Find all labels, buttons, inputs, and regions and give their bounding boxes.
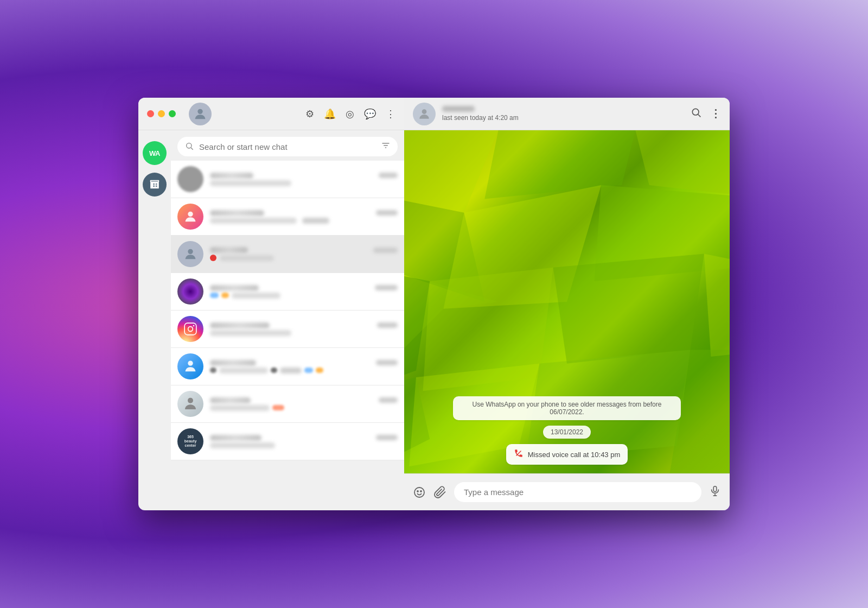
avatar: 365beautycenter [177, 428, 203, 454]
chat-info [210, 285, 398, 299]
messages-area: Use WhatsApp on your phone to see older … [404, 130, 730, 473]
sidebar: ⚙ 🔔 ◎ 💬 ⋮ WA [138, 98, 404, 510]
person-icon [183, 246, 198, 262]
chat-preview [232, 293, 280, 299]
messages-content: Use WhatsApp on your phone to see older … [404, 130, 730, 473]
message-input-bar [404, 473, 730, 510]
svg-point-30 [417, 491, 418, 492]
chat-info [210, 360, 398, 373]
search-icon [185, 142, 194, 152]
maximize-button[interactable] [169, 110, 176, 117]
list-item[interactable] [171, 161, 404, 198]
app-window: ⚙ 🔔 ◎ 💬 ⋮ WA [138, 98, 730, 510]
chat-name-bar [210, 360, 256, 366]
chat-info [210, 247, 398, 261]
chat-time [376, 360, 398, 365]
date-badge: 13/01/2022 [543, 426, 591, 439]
search-input[interactable] [199, 142, 376, 151]
contact-icon [183, 209, 198, 224]
svg-point-6 [188, 327, 193, 332]
svg-point-7 [193, 325, 195, 327]
traffic-lights [147, 110, 176, 117]
chat-preview-icon [304, 368, 313, 373]
chat-info [210, 397, 398, 411]
chat-more-icon[interactable]: ⋮ [710, 107, 721, 121]
person-icon [182, 396, 199, 412]
search-in-chat-icon[interactable] [691, 107, 701, 121]
avatar [177, 166, 203, 192]
svg-point-11 [692, 109, 699, 115]
chat-preview [210, 442, 275, 448]
chat-time [373, 248, 398, 253]
svg-point-4 [188, 249, 193, 254]
emoji-button[interactable] [413, 486, 426, 499]
chat-name-bar [210, 397, 251, 403]
search-bar [171, 130, 404, 161]
missed-call-icon [514, 448, 524, 460]
chat-preview2 [280, 368, 302, 373]
svg-point-0 [197, 109, 202, 113]
attach-button[interactable] [433, 486, 446, 499]
contact-name-bar [442, 106, 475, 112]
instagram-icon [183, 322, 197, 336]
chat-preview [220, 255, 274, 261]
list-item[interactable]: 365beautycenter [171, 423, 404, 460]
list-item[interactable] [171, 311, 404, 348]
message-input[interactable] [454, 482, 701, 502]
chat-list: 365beautycenter [171, 161, 404, 510]
svg-point-10 [422, 109, 427, 114]
svg-point-31 [420, 491, 422, 492]
avatar [177, 353, 203, 379]
chat-preview2 [302, 218, 329, 224]
chat-name-bar [210, 210, 264, 216]
chat-header-info[interactable]: last seen today at 4:20 am [442, 106, 684, 122]
settings-icon[interactable]: ⚙ [305, 108, 314, 120]
svg-rect-32 [713, 486, 717, 492]
sidebar-item-wa[interactable]: WA [143, 141, 167, 165]
chat-header: last seen today at 4:20 am ⋮ [404, 98, 730, 130]
close-button[interactable] [147, 110, 154, 117]
mic-button[interactable] [709, 485, 721, 499]
filter-icon[interactable] [381, 141, 390, 152]
notifications-icon[interactable]: 🔔 [324, 108, 336, 120]
person-icon [193, 106, 208, 122]
minimize-button[interactable] [158, 110, 165, 117]
list-item[interactable] [171, 198, 404, 236]
left-nav: WA [138, 136, 171, 197]
chat-time [375, 285, 398, 290]
missed-call-message: Missed voice call at 10:43 pm [506, 444, 628, 465]
chat-info [210, 210, 398, 224]
list-item[interactable] [171, 273, 404, 311]
svg-point-3 [188, 212, 193, 217]
system-notice: Use WhatsApp on your phone to see older … [453, 396, 681, 420]
avatar [177, 204, 203, 230]
chat-preview-icon2 [316, 368, 323, 373]
chat-preview [210, 180, 291, 186]
chat-name-bar [210, 322, 270, 328]
chat-time [379, 397, 398, 403]
chat-info [210, 322, 398, 336]
svg-line-2 [191, 148, 193, 150]
chat-header-actions: ⋮ [691, 107, 721, 121]
svg-point-29 [414, 487, 424, 497]
new-chat-icon[interactable]: 💬 [364, 108, 376, 120]
svg-rect-5 [184, 323, 196, 335]
list-item[interactable] [171, 236, 404, 273]
refresh-icon[interactable]: ◎ [346, 108, 354, 120]
sidebar-item-archive[interactable] [143, 173, 167, 197]
list-item[interactable] [171, 385, 404, 423]
contact-person-icon [417, 107, 431, 121]
chat-name-bar [210, 435, 261, 441]
chat-preview-dot2 [271, 368, 277, 373]
chat-preview-icon2 [221, 293, 229, 298]
chat-contact-avatar[interactable] [413, 103, 436, 125]
list-item[interactable] [171, 348, 404, 385]
archive-icon [149, 179, 161, 191]
svg-point-1 [187, 143, 192, 148]
chat-info [210, 435, 398, 448]
search-input-wrap[interactable] [177, 137, 398, 156]
avatar[interactable] [189, 103, 212, 125]
chat-preview [210, 405, 270, 411]
more-icon[interactable]: ⋮ [386, 108, 395, 120]
svg-point-8 [188, 361, 193, 366]
